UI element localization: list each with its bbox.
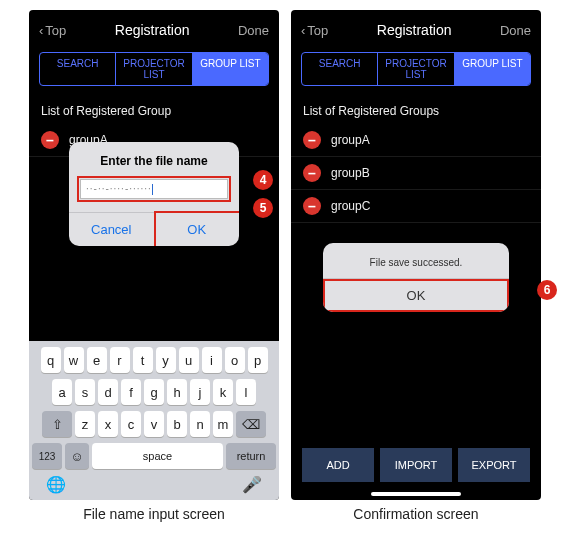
key-j[interactable]: j — [190, 379, 210, 405]
page-title: Registration — [377, 22, 452, 38]
key-g[interactable]: g — [144, 379, 164, 405]
key-z[interactable]: z — [75, 411, 95, 437]
remove-icon[interactable]: – — [41, 131, 59, 149]
group-name: groupA — [331, 133, 370, 147]
return-key[interactable]: return — [226, 443, 276, 469]
group-name: groupB — [331, 166, 370, 180]
section-title: List of Registered Group — [29, 94, 279, 124]
tab-group-list[interactable]: GROUP LIST — [455, 53, 530, 85]
ios-keyboard: qwertyuiop asdfghjkl ⇧ zxcvbnm ⌫ 123 ☺ s… — [29, 341, 279, 500]
key-c[interactable]: c — [121, 411, 141, 437]
caption-left: File name input screen — [29, 506, 279, 522]
text-cursor-icon — [152, 184, 153, 195]
shift-key[interactable]: ⇧ — [42, 411, 72, 437]
delete-key[interactable]: ⌫ — [236, 411, 266, 437]
back-label: Top — [45, 23, 66, 38]
key-a[interactable]: a — [52, 379, 72, 405]
tab-projector-list[interactable]: PROJECTOR LIST — [116, 53, 192, 85]
key-y[interactable]: y — [156, 347, 176, 373]
back-button[interactable]: ‹ Top — [39, 23, 66, 38]
list-item[interactable]: –groupB — [291, 157, 541, 190]
key-b[interactable]: b — [167, 411, 187, 437]
key-k[interactable]: k — [213, 379, 233, 405]
back-button[interactable]: ‹ Top — [301, 23, 328, 38]
callout-5: 5 — [253, 198, 273, 218]
dialog-message: File save successed. — [323, 243, 509, 278]
globe-icon[interactable]: 🌐 — [46, 475, 66, 494]
space-key[interactable]: space — [92, 443, 223, 469]
remove-icon[interactable]: – — [303, 164, 321, 182]
tab-projector-list[interactable]: PROJECTOR LIST — [378, 53, 454, 85]
confirmation-dialog: File save successed. OK — [323, 243, 509, 312]
ok-button[interactable]: OK — [154, 213, 240, 246]
key-v[interactable]: v — [144, 411, 164, 437]
key-w[interactable]: w — [64, 347, 84, 373]
phone-left: ‹ Top Registration Done SEARCH PROJECTOR… — [29, 10, 279, 500]
nav-header: ‹ Top Registration Done — [291, 10, 541, 50]
ok-button[interactable]: OK — [323, 278, 509, 312]
callout-6: 6 — [537, 280, 557, 300]
list-item[interactable]: –groupC — [291, 190, 541, 223]
remove-icon[interactable]: – — [303, 197, 321, 215]
emoji-key[interactable]: ☺ — [65, 443, 89, 469]
key-x[interactable]: x — [98, 411, 118, 437]
filename-input[interactable]: ··-··-····-······ — [80, 179, 228, 199]
filename-dialog: Enter the file name ··-··-····-······ Ca… — [69, 142, 239, 246]
import-button[interactable]: IMPORT — [380, 448, 452, 482]
nav-header: ‹ Top Registration Done — [29, 10, 279, 50]
filename-input-highlight: ··-··-····-······ — [77, 176, 231, 202]
numbers-key[interactable]: 123 — [32, 443, 62, 469]
callout-4: 4 — [253, 170, 273, 190]
add-button[interactable]: ADD — [302, 448, 374, 482]
key-i[interactable]: i — [202, 347, 222, 373]
cancel-button[interactable]: Cancel — [69, 213, 154, 246]
key-h[interactable]: h — [167, 379, 187, 405]
dialog-title: Enter the file name — [69, 142, 239, 176]
key-e[interactable]: e — [87, 347, 107, 373]
key-t[interactable]: t — [133, 347, 153, 373]
export-button[interactable]: EXPORT — [458, 448, 530, 482]
caption-right: Confirmation screen — [291, 506, 541, 522]
key-m[interactable]: m — [213, 411, 233, 437]
section-title: List of Registered Groups — [291, 94, 541, 124]
tab-search[interactable]: SEARCH — [40, 53, 116, 85]
done-button[interactable]: Done — [238, 23, 269, 38]
key-u[interactable]: u — [179, 347, 199, 373]
list-item[interactable]: –groupA — [291, 124, 541, 157]
key-p[interactable]: p — [248, 347, 268, 373]
key-n[interactable]: n — [190, 411, 210, 437]
phone-right: ‹ Top Registration Done SEARCH PROJECTOR… — [291, 10, 541, 500]
home-indicator-icon[interactable] — [371, 492, 461, 496]
remove-icon[interactable]: – — [303, 131, 321, 149]
tab-bar: SEARCH PROJECTOR LIST GROUP LIST — [39, 52, 269, 86]
key-o[interactable]: o — [225, 347, 245, 373]
back-label: Top — [307, 23, 328, 38]
mic-icon[interactable]: 🎤 — [242, 475, 262, 494]
key-f[interactable]: f — [121, 379, 141, 405]
group-name: groupC — [331, 199, 370, 213]
key-q[interactable]: q — [41, 347, 61, 373]
tab-group-list[interactable]: GROUP LIST — [193, 53, 268, 85]
chevron-left-icon: ‹ — [39, 23, 43, 38]
page-title: Registration — [115, 22, 190, 38]
key-d[interactable]: d — [98, 379, 118, 405]
dialog-buttons: Cancel OK — [69, 212, 239, 246]
done-button[interactable]: Done — [500, 23, 531, 38]
key-r[interactable]: r — [110, 347, 130, 373]
tab-bar: SEARCH PROJECTOR LIST GROUP LIST — [301, 52, 531, 86]
key-l[interactable]: l — [236, 379, 256, 405]
key-s[interactable]: s — [75, 379, 95, 405]
tab-search[interactable]: SEARCH — [302, 53, 378, 85]
bottom-toolbar: ADD IMPORT EXPORT — [291, 448, 541, 482]
chevron-left-icon: ‹ — [301, 23, 305, 38]
